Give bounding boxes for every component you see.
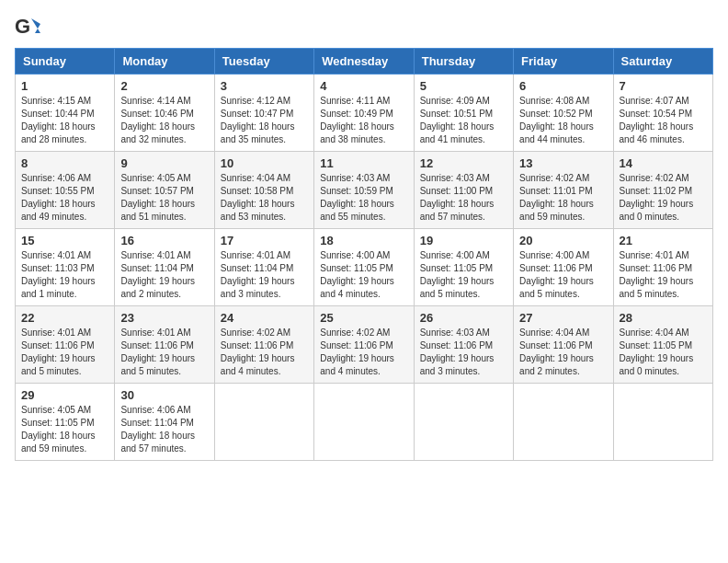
day-number: 17 — [221, 234, 308, 247]
day-info: Sunrise: 4:04 AM Sunset: 11:06 PM Daylig… — [519, 327, 607, 378]
calendar-cell: 29 Sunrise: 4:05 AM Sunset: 11:05 PM Day… — [16, 384, 115, 461]
day-info: Sunrise: 4:05 AM Sunset: 10:57 PM Daylig… — [120, 172, 208, 224]
day-info: Sunrise: 4:00 AM Sunset: 11:06 PM Daylig… — [519, 249, 607, 301]
day-info: Sunrise: 4:15 AM Sunset: 10:44 PM Daylig… — [21, 95, 108, 146]
calendar-cell: 14 Sunrise: 4:02 AM Sunset: 11:02 PM Day… — [613, 152, 712, 229]
day-info: Sunrise: 4:07 AM Sunset: 10:54 PM Daylig… — [620, 95, 707, 146]
day-info: Sunrise: 4:02 AM Sunset: 11:01 PM Daylig… — [519, 172, 607, 224]
calendar-cell: 2 Sunrise: 4:14 AM Sunset: 10:46 PM Dayl… — [115, 75, 214, 152]
week-row-2: 8 Sunrise: 4:06 AM Sunset: 10:55 PM Dayl… — [16, 152, 713, 229]
day-number: 10 — [221, 156, 308, 170]
day-number: 22 — [21, 311, 108, 325]
calendar-cell: 22 Sunrise: 4:01 AM Sunset: 11:06 PM Day… — [16, 306, 115, 384]
day-number: 13 — [519, 156, 607, 170]
day-number: 21 — [620, 234, 707, 247]
day-info: Sunrise: 4:00 AM Sunset: 11:05 PM Daylig… — [320, 249, 407, 301]
page-header: G — [15, 15, 713, 40]
calendar-cell: 23 Sunrise: 4:01 AM Sunset: 11:06 PM Day… — [115, 306, 214, 384]
calendar-cell: 4 Sunrise: 4:11 AM Sunset: 10:49 PM Dayl… — [314, 75, 414, 152]
day-number: 27 — [519, 311, 607, 325]
day-number: 25 — [320, 311, 407, 325]
day-info: Sunrise: 4:01 AM Sunset: 11:03 PM Daylig… — [21, 249, 108, 301]
weekday-saturday: Saturday — [613, 49, 712, 75]
day-info: Sunrise: 4:14 AM Sunset: 10:46 PM Daylig… — [120, 95, 208, 146]
day-info: Sunrise: 4:03 AM Sunset: 10:59 PM Daylig… — [320, 172, 407, 224]
week-row-5: 29 Sunrise: 4:05 AM Sunset: 11:05 PM Day… — [16, 384, 713, 461]
calendar-cell: 11 Sunrise: 4:03 AM Sunset: 10:59 PM Day… — [314, 152, 414, 229]
day-number: 3 — [221, 79, 308, 93]
day-info: Sunrise: 4:12 AM Sunset: 10:47 PM Daylig… — [221, 95, 308, 146]
calendar-cell: 24 Sunrise: 4:02 AM Sunset: 11:06 PM Day… — [214, 306, 313, 384]
day-number: 28 — [620, 311, 707, 325]
calendar-cell: 19 Sunrise: 4:00 AM Sunset: 11:05 PM Day… — [414, 229, 513, 306]
day-number: 6 — [519, 79, 607, 93]
day-info: Sunrise: 4:01 AM Sunset: 11:04 PM Daylig… — [221, 249, 308, 301]
day-info: Sunrise: 4:04 AM Sunset: 10:58 PM Daylig… — [221, 172, 308, 224]
calendar-cell — [314, 384, 414, 461]
logo-icon: G — [15, 15, 40, 40]
day-number: 7 — [620, 79, 707, 93]
calendar-cell: 16 Sunrise: 4:01 AM Sunset: 11:04 PM Day… — [115, 229, 214, 306]
calendar-cell: 30 Sunrise: 4:06 AM Sunset: 11:04 PM Day… — [115, 384, 214, 461]
day-number: 11 — [320, 156, 407, 170]
day-number: 24 — [221, 311, 308, 325]
day-info: Sunrise: 4:04 AM Sunset: 11:05 PM Daylig… — [620, 327, 707, 378]
day-info: Sunrise: 4:06 AM Sunset: 11:04 PM Daylig… — [120, 404, 208, 455]
day-number: 14 — [620, 156, 707, 170]
calendar-cell: 9 Sunrise: 4:05 AM Sunset: 10:57 PM Dayl… — [115, 152, 214, 229]
day-info: Sunrise: 4:02 AM Sunset: 11:06 PM Daylig… — [320, 327, 407, 378]
day-number: 2 — [120, 79, 208, 93]
calendar-cell: 5 Sunrise: 4:09 AM Sunset: 10:51 PM Dayl… — [414, 75, 513, 152]
day-number: 20 — [519, 234, 607, 247]
calendar-cell: 20 Sunrise: 4:00 AM Sunset: 11:06 PM Day… — [514, 229, 613, 306]
calendar-cell: 13 Sunrise: 4:02 AM Sunset: 11:01 PM Day… — [514, 152, 613, 229]
weekday-friday: Friday — [514, 49, 613, 75]
calendar-cell: 7 Sunrise: 4:07 AM Sunset: 10:54 PM Dayl… — [613, 75, 712, 152]
weekday-header-row: SundayMondayTuesdayWednesdayThursdayFrid… — [16, 49, 713, 75]
calendar-cell: 1 Sunrise: 4:15 AM Sunset: 10:44 PM Dayl… — [16, 75, 115, 152]
day-number: 12 — [420, 156, 507, 170]
calendar-cell: 10 Sunrise: 4:04 AM Sunset: 10:58 PM Day… — [214, 152, 313, 229]
calendar-cell — [613, 384, 712, 461]
day-number: 29 — [21, 388, 108, 402]
day-info: Sunrise: 4:06 AM Sunset: 10:55 PM Daylig… — [21, 172, 108, 224]
calendar-cell: 18 Sunrise: 4:00 AM Sunset: 11:05 PM Day… — [314, 229, 414, 306]
day-info: Sunrise: 4:00 AM Sunset: 11:05 PM Daylig… — [420, 249, 507, 301]
calendar-cell: 12 Sunrise: 4:03 AM Sunset: 11:00 PM Day… — [414, 152, 513, 229]
day-info: Sunrise: 4:02 AM Sunset: 11:02 PM Daylig… — [620, 172, 707, 224]
day-number: 19 — [420, 234, 507, 247]
calendar-cell: 25 Sunrise: 4:02 AM Sunset: 11:06 PM Day… — [314, 306, 414, 384]
calendar-cell: 3 Sunrise: 4:12 AM Sunset: 10:47 PM Dayl… — [214, 75, 313, 152]
day-info: Sunrise: 4:03 AM Sunset: 11:06 PM Daylig… — [420, 327, 507, 378]
day-info: Sunrise: 4:01 AM Sunset: 11:06 PM Daylig… — [21, 327, 108, 378]
day-number: 30 — [120, 388, 208, 402]
calendar-cell — [214, 384, 313, 461]
svg-marker-1 — [31, 18, 40, 33]
day-number: 5 — [420, 79, 507, 93]
day-info: Sunrise: 4:05 AM Sunset: 11:05 PM Daylig… — [21, 404, 108, 455]
day-number: 4 — [320, 79, 407, 93]
svg-text:G: G — [15, 15, 30, 38]
calendar-cell: 8 Sunrise: 4:06 AM Sunset: 10:55 PM Dayl… — [16, 152, 115, 229]
week-row-4: 22 Sunrise: 4:01 AM Sunset: 11:06 PM Day… — [16, 306, 713, 384]
weekday-tuesday: Tuesday — [214, 49, 313, 75]
calendar-cell: 27 Sunrise: 4:04 AM Sunset: 11:06 PM Day… — [514, 306, 613, 384]
day-info: Sunrise: 4:09 AM Sunset: 10:51 PM Daylig… — [420, 95, 507, 146]
weekday-wednesday: Wednesday — [314, 49, 414, 75]
calendar-cell — [414, 384, 513, 461]
calendar: SundayMondayTuesdayWednesdayThursdayFrid… — [15, 48, 713, 461]
calendar-cell: 21 Sunrise: 4:01 AM Sunset: 11:06 PM Day… — [613, 229, 712, 306]
day-number: 1 — [21, 79, 108, 93]
day-info: Sunrise: 4:11 AM Sunset: 10:49 PM Daylig… — [320, 95, 407, 146]
calendar-body: 1 Sunrise: 4:15 AM Sunset: 10:44 PM Dayl… — [16, 75, 713, 461]
day-info: Sunrise: 4:01 AM Sunset: 11:06 PM Daylig… — [120, 327, 208, 378]
day-number: 26 — [420, 311, 507, 325]
week-row-1: 1 Sunrise: 4:15 AM Sunset: 10:44 PM Dayl… — [16, 75, 713, 152]
calendar-cell: 6 Sunrise: 4:08 AM Sunset: 10:52 PM Dayl… — [514, 75, 613, 152]
weekday-sunday: Sunday — [16, 49, 115, 75]
day-number: 8 — [21, 156, 108, 170]
week-row-3: 15 Sunrise: 4:01 AM Sunset: 11:03 PM Day… — [16, 229, 713, 306]
weekday-monday: Monday — [115, 49, 214, 75]
day-number: 23 — [120, 311, 208, 325]
day-number: 16 — [120, 234, 208, 247]
